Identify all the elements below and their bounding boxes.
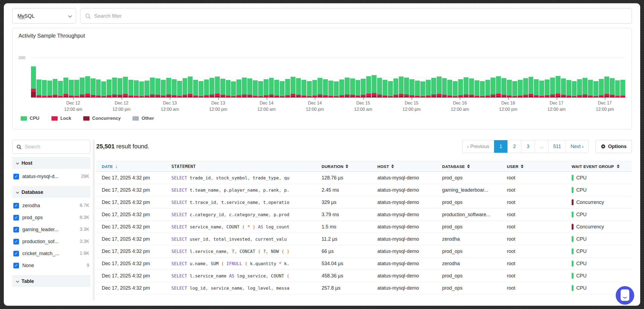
throughput-bar[interactable]: [280, 81, 285, 97]
throughput-bar[interactable]: [480, 81, 485, 97]
throughput-bar[interactable]: [242, 78, 247, 97]
throughput-bar[interactable]: [323, 79, 328, 97]
throughput-bar[interactable]: [529, 77, 534, 97]
throughput-bar[interactable]: [604, 77, 609, 97]
throughput-bar[interactable]: [474, 80, 479, 97]
throughput-bar[interactable]: [518, 80, 523, 97]
cell-statement[interactable]: SELECT user_id, total_invested, current_…: [169, 237, 319, 242]
throughput-bar[interactable]: [496, 76, 501, 97]
throughput-bar[interactable]: [226, 80, 231, 97]
throughput-bar[interactable]: [85, 76, 90, 97]
throughput-bar[interactable]: [150, 78, 155, 97]
throughput-bar[interactable]: [144, 81, 149, 97]
column-header-database[interactable]: DATABASE: [440, 164, 505, 169]
throughput-bar[interactable]: [339, 79, 344, 97]
throughput-bar[interactable]: [610, 78, 615, 97]
throughput-bar[interactable]: [128, 80, 133, 97]
throughput-bar[interactable]: [42, 80, 47, 97]
throughput-bar[interactable]: [161, 80, 166, 97]
column-header-statement[interactable]: STATEMENT: [169, 164, 319, 169]
throughput-bar[interactable]: [209, 78, 214, 97]
throughput-bar[interactable]: [31, 66, 36, 97]
throughput-bar[interactable]: [507, 80, 512, 97]
throughput-bar[interactable]: [269, 78, 274, 97]
throughput-bar[interactable]: [36, 79, 41, 97]
throughput-bar[interactable]: [258, 81, 263, 97]
section-header-host[interactable]: Host: [12, 157, 90, 169]
throughput-bar[interactable]: [599, 79, 604, 97]
throughput-bar[interactable]: [101, 81, 106, 97]
table-row[interactable]: Dec 17, 2025 4:32 pmSELECT user_id, tota…: [96, 233, 632, 245]
throughput-bar[interactable]: [155, 78, 160, 97]
throughput-bar[interactable]: [334, 81, 339, 97]
throughput-bar[interactable]: [215, 77, 220, 97]
throughput-bar[interactable]: [539, 81, 544, 97]
throughput-chart[interactable]: 200400: [31, 40, 625, 98]
cell-statement[interactable]: SELECT l.service_name AS log_service, CO…: [169, 273, 319, 279]
cell-statement[interactable]: SELECT t.team_name, p.player_name, p.ran…: [169, 188, 319, 193]
throughput-bar[interactable]: [307, 81, 312, 97]
throughput-bar[interactable]: [236, 79, 241, 97]
throughput-bar[interactable]: [204, 79, 209, 97]
cell-statement[interactable]: SELECT log_id, service_name, log_level, …: [169, 286, 319, 291]
throughput-bar[interactable]: [377, 78, 382, 97]
checkbox-checked[interactable]: ✓: [13, 239, 19, 244]
chat-launcher-button[interactable]: [616, 286, 634, 305]
throughput-bar[interactable]: [372, 75, 377, 97]
table-row[interactable]: Dec 17, 2025 4:32 pmSELECT l.service_nam…: [96, 245, 632, 258]
throughput-bar[interactable]: [96, 79, 101, 97]
checkbox-checked[interactable]: ✓: [13, 174, 19, 179]
sidebar-search-input[interactable]: [25, 144, 86, 150]
throughput-bar[interactable]: [285, 79, 290, 97]
throughput-bar[interactable]: [550, 78, 555, 97]
table-row[interactable]: Dec 17, 2025 4:32 pmSELECT log_id, servi…: [96, 282, 632, 294]
legend-item-other[interactable]: Other: [133, 116, 154, 121]
throughput-bar[interactable]: [485, 80, 490, 97]
throughput-bar[interactable]: [199, 81, 204, 97]
cell-statement[interactable]: SELECT u.name, SUM ( IFNULL ( k.quantity…: [169, 261, 319, 266]
table-row[interactable]: Dec 17, 2025 4:32 pmSELECT service_name,…: [96, 221, 632, 233]
throughput-bar[interactable]: [193, 80, 198, 97]
pagination-page-1[interactable]: 1: [494, 140, 507, 153]
throughput-bar[interactable]: [415, 81, 420, 97]
throughput-bar[interactable]: [231, 81, 236, 97]
throughput-bar[interactable]: [166, 78, 171, 97]
throughput-bar[interactable]: [264, 79, 269, 97]
throughput-bar[interactable]: [172, 79, 177, 97]
throughput-bar[interactable]: [447, 80, 452, 97]
search-filter-input[interactable]: [94, 13, 627, 19]
throughput-bar[interactable]: [426, 80, 431, 97]
throughput-bar[interactable]: [458, 79, 463, 97]
throughput-bar[interactable]: [501, 78, 506, 97]
throughput-bar[interactable]: [523, 78, 528, 97]
throughput-bar[interactable]: [63, 78, 68, 97]
cell-statement[interactable]: SELECT service_name, COUNT ( * ) AS log_…: [169, 224, 319, 230]
throughput-bar[interactable]: [291, 77, 295, 97]
table-row[interactable]: Dec 17, 2025 4:32 pmSELECT c.category_id…: [96, 209, 632, 221]
throughput-bar[interactable]: [91, 78, 95, 97]
throughput-bar[interactable]: [453, 81, 458, 97]
section-header-table[interactable]: Table: [12, 276, 90, 287]
section-header-database[interactable]: Database: [12, 186, 90, 198]
throughput-bar[interactable]: [420, 81, 425, 97]
column-header-wait-event-group[interactable]: WAIT EVENT GROUP: [569, 164, 632, 169]
throughput-bar[interactable]: [399, 77, 404, 97]
throughput-bar[interactable]: [123, 77, 128, 97]
throughput-bar[interactable]: [47, 81, 52, 97]
table-row[interactable]: Dec 17, 2025 4:32 pmSELECT t.trace_id, t…: [96, 196, 632, 209]
throughput-bar[interactable]: [183, 78, 187, 97]
throughput-bar[interactable]: [534, 79, 539, 97]
throughput-bar[interactable]: [561, 78, 566, 97]
throughput-bar[interactable]: [469, 78, 474, 97]
pagination-page-511[interactable]: 511: [548, 140, 566, 153]
throughput-bar[interactable]: [253, 80, 258, 97]
throughput-bar[interactable]: [328, 81, 333, 97]
pagination-page-3[interactable]: 3: [521, 140, 535, 153]
throughput-bar[interactable]: [545, 79, 550, 97]
throughput-bar[interactable]: [356, 80, 360, 97]
legend-item-cpu[interactable]: CPU: [21, 116, 39, 121]
throughput-bar[interactable]: [58, 81, 63, 97]
throughput-bar[interactable]: [366, 76, 371, 97]
throughput-bar[interactable]: [588, 80, 593, 97]
throughput-bar[interactable]: [107, 79, 112, 97]
